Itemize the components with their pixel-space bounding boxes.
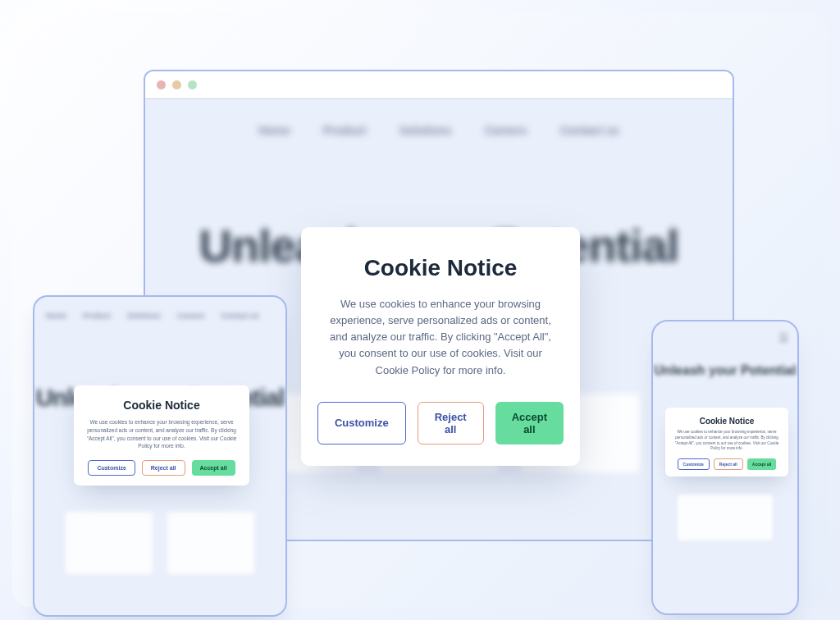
- traffic-light-zoom-icon[interactable]: [188, 80, 197, 89]
- nav-item[interactable]: Careers: [177, 312, 205, 320]
- customize-button[interactable]: Customize: [88, 460, 135, 476]
- traffic-light-minimize-icon[interactable]: [172, 80, 181, 89]
- nav-item[interactable]: Product: [323, 124, 367, 137]
- nav-item[interactable]: Contact us: [560, 124, 619, 137]
- cookie-notice-dialog-tablet: Cookie Notice We use cookies to enhance …: [74, 385, 249, 486]
- reject-all-button[interactable]: Reject all: [418, 402, 484, 444]
- site-nav: Home Product Solutions Careers Contact u…: [145, 99, 733, 162]
- accept-all-button[interactable]: Accept all: [192, 460, 235, 476]
- feature-card[interactable]: [166, 510, 256, 576]
- device-tablet: Home Product Solutions Careers Contact u…: [33, 295, 287, 617]
- cookie-actions: Customize Reject all Accept all: [84, 460, 240, 476]
- site-nav: Home Product Solutions Careers Contact u…: [34, 297, 285, 335]
- nav-item[interactable]: Solutions: [127, 312, 161, 320]
- feature-cards: [34, 510, 285, 576]
- nav-item[interactable]: Home: [258, 124, 290, 137]
- cookie-actions: Customize Reject all Accept all: [322, 402, 559, 444]
- nav-item[interactable]: Solutions: [399, 124, 452, 137]
- cookie-title: Cookie Notice: [322, 255, 559, 281]
- nav-item[interactable]: Product: [83, 312, 111, 320]
- cookie-actions: Customize Reject all Accept all: [671, 458, 783, 470]
- reject-all-button[interactable]: Reject all: [142, 460, 185, 476]
- cookie-title: Cookie Notice: [84, 399, 240, 412]
- cookie-body: We use cookies to enhance your browsing …: [322, 296, 559, 379]
- nav-item[interactable]: Contact us: [221, 312, 260, 320]
- accept-all-button[interactable]: Accept all: [747, 458, 777, 470]
- feature-card[interactable]: [676, 493, 774, 542]
- accept-all-button[interactable]: Accept all: [495, 402, 564, 444]
- nav-item[interactable]: Careers: [485, 124, 527, 137]
- device-mobile: ☰ Unleash your Potential The best way to…: [651, 320, 799, 615]
- customize-button[interactable]: Customize: [678, 458, 710, 470]
- cookie-body: We use cookies to enhance your browsing …: [84, 418, 240, 450]
- hamburger-menu-icon[interactable]: ☰: [778, 331, 789, 344]
- cookie-title: Cookie Notice: [671, 417, 783, 426]
- customize-button[interactable]: Customize: [317, 402, 406, 444]
- traffic-light-close-icon[interactable]: [157, 80, 166, 89]
- cookie-body: We use cookies to enhance your browsing …: [671, 430, 783, 452]
- stage: Home Product Solutions Careers Contact u…: [12, 12, 828, 608]
- cookie-notice-dialog-mobile: Cookie Notice We use cookies to enhance …: [665, 408, 788, 476]
- reject-all-button[interactable]: Reject all: [714, 458, 743, 470]
- nav-item[interactable]: Home: [46, 312, 66, 320]
- hero-title: Unleash your Potential: [653, 362, 797, 378]
- feature-card[interactable]: [64, 510, 154, 576]
- window-titlebar: [145, 71, 733, 99]
- cookie-notice-dialog-desktop: Cookie Notice We use cookies to enhance …: [301, 227, 580, 466]
